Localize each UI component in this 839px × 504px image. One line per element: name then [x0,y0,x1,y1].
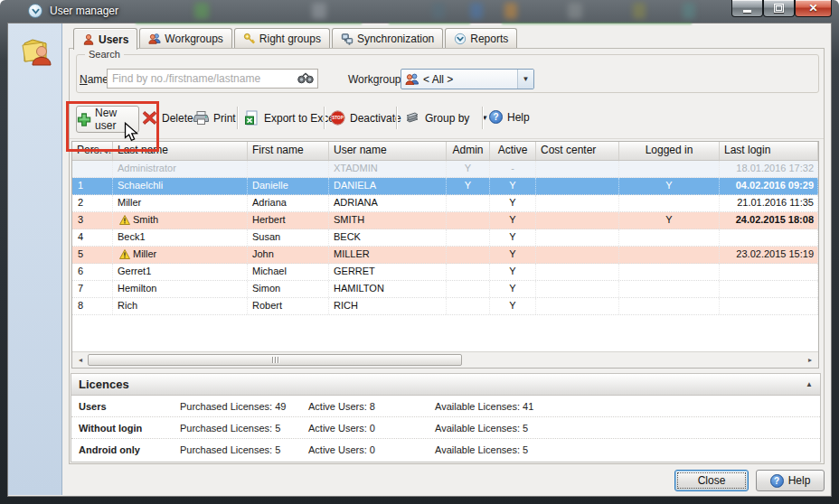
workgroup-dropdown[interactable]: < All > ▼ [401,69,534,89]
cell-user-name: XTADMIN [329,161,447,177]
background-peek [389,23,470,24]
col-header-logged-in[interactable]: Logged in [619,142,720,160]
collapse-icon[interactable]: ▲ [806,380,813,388]
tab-label: Right groups [259,33,321,45]
group-by-button[interactable]: Group by ▼ [405,110,488,126]
workgroup-icon [405,73,420,85]
cell-last-name: Beck1 [113,229,248,246]
help-icon: ? [489,110,503,124]
close-window-button[interactable]: ✕ [795,0,832,17]
col-header-user-name[interactable]: User name [329,142,447,160]
tab-label: Reports [470,33,508,45]
table-row-warning[interactable]: 3 Smith Herbert SMITH Y Y 24.02.2015 18:… [72,212,818,229]
col-header-last-login[interactable]: Last login [720,142,818,160]
horizontal-scrollbar[interactable]: ◂ ▸ [72,351,818,368]
cell-active: - [490,161,536,177]
table-row[interactable]: 6 Gerret1 Michael GERRET Y [72,264,818,281]
tab-users[interactable]: Users [73,28,137,50]
user-folder-icon [19,34,53,69]
scroll-left-arrow[interactable]: ◂ [75,355,86,366]
mouse-cursor [123,122,139,142]
sync-icon [341,33,354,45]
cell-pers: 4 [72,229,113,246]
toolbar-help-button[interactable]: ? Help [489,110,530,124]
cell-pers: 2 [72,195,113,211]
col-header-admin[interactable]: Admin [447,142,490,160]
cell-active: Y [490,264,536,280]
workgroup-value: < All > [423,73,517,86]
deactivate-button[interactable]: STOP Deactivate [330,110,401,126]
background-blob [432,3,445,19]
minimize-icon [743,10,751,13]
cell-cost-center [536,264,619,280]
background-blob [683,3,695,19]
tab-label: Users [99,33,128,46]
cell-user-name: BECK [329,229,447,246]
tab-synchronization[interactable]: Synchronization [332,28,443,48]
close-button[interactable]: Close [674,470,749,491]
table-row[interactable]: 7 Hemilton Simon HAMILTON Y [72,281,818,298]
delete-label: Delete [162,112,193,125]
cell-first-name: Michael [248,264,329,280]
workgroup-icon [148,33,161,45]
cell-active: Y [490,229,536,246]
excel-icon [244,110,259,126]
titlebar[interactable]: User manager ✕ [0,0,839,23]
cell-last-login: 24.02.2015 18:08 [720,212,818,229]
tab-label: Workgroups [165,33,222,45]
cell-active: Y [490,247,536,263]
cell-pers: 6 [72,264,113,280]
table-row-warning[interactable]: 5 Miller John MILLER Y 23.02.2015 15:19 [72,247,818,264]
cell-last-login [720,298,818,314]
export-excel-label: Export to Excel [264,112,337,125]
col-header-first-name[interactable]: First name [248,142,329,160]
col-header-active[interactable]: Active [490,142,536,160]
cell-last-name: Miller [113,195,248,211]
cell-logged-in [619,281,720,297]
cell-active: Y [490,281,536,297]
help-button[interactable]: ? Help [756,470,825,491]
tab-right-groups[interactable]: Right groups [234,28,330,48]
window-title: User manager [50,5,118,17]
cell-logged-in [619,298,720,314]
search-input[interactable] [107,69,318,89]
cell-first-name: Robert [248,298,329,314]
cell-admin [447,229,490,246]
cell-last-login: 21.01.2016 11:35 [720,195,818,211]
close-label: Close [698,474,726,487]
background-blob [633,3,646,19]
cell-cost-center [536,281,619,297]
scrollbar-thumb[interactable] [88,354,462,366]
background-blob [568,3,582,19]
cell-last-name: Schaelchli [113,178,248,194]
table-row[interactable]: 8 Rich Robert RICH Y [72,298,818,315]
cell-logged-in: Y [619,212,720,229]
cell-user-name: ADRIANA [329,195,447,211]
cell-admin [447,264,490,280]
table-row-selected[interactable]: 1 Schaelchli Danielle DANIELA Y Y Y 04.0… [72,178,818,195]
tab-workgroups[interactable]: Workgroups [139,28,231,48]
table-row[interactable]: 4 Beck1 Susan BECK Y [72,229,818,247]
close-icon: ✕ [808,3,817,14]
scroll-right-arrow[interactable]: ▸ [805,355,815,366]
binoculars-icon[interactable] [297,72,314,84]
print-button[interactable]: Print [193,110,236,126]
table-row-administrator[interactable]: Administrator XTADMIN Y - 18.01.2016 17:… [72,161,818,178]
table-row[interactable]: 2 Miller Adriana ADRIANA Y 21.01.2016 11… [72,195,818,212]
maximize-button[interactable] [763,0,795,17]
maximize-icon [774,4,784,13]
workgroup-label-post: roup [379,73,401,86]
dropdown-arrow-button[interactable]: ▼ [517,70,533,89]
cell-pers: 3 [72,212,113,229]
toolbar-help-label: Help [507,111,530,124]
licence-row-without-login: Without login Purchased Licenses: 5 Acti… [71,417,820,439]
user-manager-window: User manager ✕ Users Workgroups [0,0,839,504]
background-peek [136,23,362,24]
name-label-accel: N [80,73,88,86]
licences-header[interactable]: Licences ▲ [71,374,820,396]
col-header-cost-center[interactable]: Cost center [536,142,619,160]
tab-reports[interactable]: Reports [445,28,517,48]
cell-first-name: John [248,247,329,263]
minimize-button[interactable] [731,0,763,17]
cell-last-login [720,229,818,246]
